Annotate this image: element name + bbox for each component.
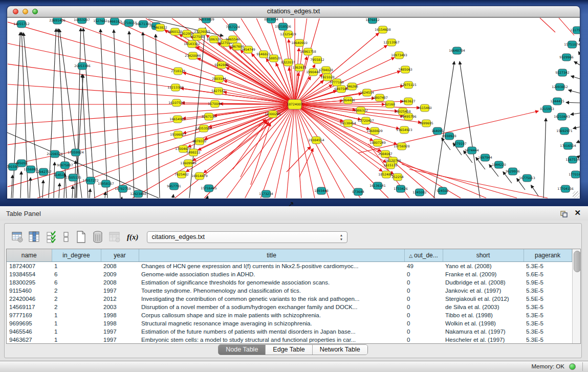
graph-edge[interactable]: [559, 18, 574, 35]
table-cell[interactable]: 9465546: [7, 327, 52, 336]
table-cell[interactable]: 0: [404, 295, 443, 303]
table-row[interactable]: 1456911722003Disruption of a novel membe…: [7, 303, 572, 311]
table-cell[interactable]: 0: [404, 327, 443, 336]
table-cell[interactable]: 9777169: [7, 311, 52, 319]
select-columns-button[interactable]: [27, 229, 42, 245]
graph-edge[interactable]: [54, 162, 55, 198]
table-cell[interactable]: 1998: [101, 311, 139, 319]
column-header-out_de[interactable]: △out_de...: [404, 249, 443, 262]
graph-edge[interactable]: [287, 104, 295, 198]
table-cell[interactable]: 0: [404, 303, 443, 311]
table-cell[interactable]: 2: [52, 303, 101, 311]
float-panel-icon[interactable]: [560, 210, 568, 217]
table-cell[interactable]: 6: [52, 270, 101, 278]
table-cell[interactable]: 6: [52, 278, 101, 287]
graph-edge[interactable]: [574, 61, 580, 65]
column-settings-button[interactable]: [10, 229, 25, 245]
graph-edge[interactable]: [299, 148, 313, 177]
network-canvas[interactable]: 1405571222691406106532871527602646616310…: [7, 17, 580, 199]
table-cell[interactable]: 18300295: [7, 278, 52, 287]
table-cell[interactable]: 2: [52, 287, 101, 295]
window-resize-grip[interactable]: [573, 191, 579, 198]
table-scrollbar-thumb[interactable]: [574, 251, 581, 272]
graph-edge[interactable]: [460, 61, 480, 198]
table-cell[interactable]: 5.3E-5: [524, 287, 572, 295]
graph-edge[interactable]: [226, 68, 295, 104]
table-cell[interactable]: 1: [52, 336, 101, 344]
table-chooser-dropdown[interactable]: citations_edges.txt ▲▼: [147, 231, 347, 243]
graph-edge[interactable]: [129, 31, 134, 198]
table-cell[interactable]: Disruption of a novel member of a sodium…: [139, 303, 404, 311]
table-cell[interactable]: de Silva et al. (2003): [443, 303, 524, 311]
table-cell[interactable]: Yano et al. (2008): [443, 262, 524, 271]
table-cell[interactable]: 0: [404, 336, 443, 344]
graph-edge[interactable]: [114, 30, 120, 198]
table-cell[interactable]: Genome-wide association studies in ADHD.: [139, 270, 404, 278]
table-cell[interactable]: 0: [404, 319, 443, 327]
node-table[interactable]: namein_degreeyeartitle△out_de...shortpag…: [6, 249, 581, 344]
row-height-button[interactable]: [60, 229, 72, 245]
table-cell[interactable]: Investigating the contribution of common…: [139, 295, 404, 303]
table-cell[interactable]: 1997: [101, 287, 139, 295]
graph-edge[interactable]: [233, 121, 267, 169]
tab-node-table[interactable]: Node Table: [219, 345, 266, 355]
table-body[interactable]: 1872400712008Changes of HCN gene express…: [7, 262, 572, 344]
graph-edge[interactable]: [156, 34, 160, 198]
graph-edge[interactable]: [566, 102, 580, 103]
graph-edge[interactable]: [540, 18, 555, 32]
graph-edge[interactable]: [21, 32, 28, 198]
table-cell[interactable]: 0: [404, 270, 443, 278]
graph-edge[interactable]: [543, 118, 546, 198]
graph-edge[interactable]: [295, 104, 301, 198]
table-cell[interactable]: 1: [52, 327, 101, 336]
table-cell[interactable]: 1: [52, 319, 101, 327]
new-column-button[interactable]: [73, 229, 89, 245]
table-cell[interactable]: 19384554: [7, 270, 52, 278]
graph-edge[interactable]: [573, 127, 580, 128]
column-header-short[interactable]: short: [443, 249, 524, 262]
table-row[interactable]: 969969511998Structural magnetic resonanc…: [7, 319, 572, 327]
table-cell[interactable]: 1: [52, 262, 101, 271]
graph-edge[interactable]: [207, 196, 208, 198]
table-row[interactable]: 946554611997Estimation of the future num…: [7, 327, 572, 336]
graph-edge[interactable]: [173, 194, 173, 198]
graph-edge[interactable]: [90, 189, 90, 198]
table-cell[interactable]: 49: [404, 262, 443, 271]
table-row[interactable]: 1872400712008Changes of HCN gene express…: [7, 262, 572, 271]
table-cell[interactable]: 1997: [101, 336, 139, 344]
table-cell[interactable]: 9115460: [7, 287, 52, 295]
network-view-window[interactable]: citations_edges.txt 14055712226914061065…: [7, 6, 580, 198]
table-cell[interactable]: 5.6E-5: [524, 270, 572, 278]
column-header-pagerank[interactable]: pagerank: [524, 249, 572, 262]
column-header-title[interactable]: title: [139, 249, 404, 262]
table-row[interactable]: 1938455462009Genome-wide association stu…: [7, 270, 572, 278]
table-panel-header[interactable]: Table Panel ✕: [0, 206, 588, 221]
table-cell[interactable]: Stergiakouli et al. (2012): [443, 295, 524, 303]
table-cell[interactable]: 5.9E-5: [524, 278, 572, 287]
table-cell[interactable]: 5.3E-5: [524, 262, 572, 271]
table-cell[interactable]: Nakamura et al. (1997): [443, 327, 524, 336]
table-row[interactable]: 1830029562008Estimation of significance …: [7, 278, 572, 287]
table-cell[interactable]: 2003: [101, 303, 139, 311]
graph-edge[interactable]: [531, 185, 538, 196]
window-titlebar[interactable]: citations_edges.txt: [7, 6, 580, 17]
table-scrollbar[interactable]: [572, 249, 581, 343]
table-cell[interactable]: 0: [404, 287, 443, 295]
close-panel-icon[interactable]: ✕: [574, 208, 581, 217]
graph-edge[interactable]: [576, 141, 580, 143]
table-cell[interactable]: 2012: [101, 295, 139, 303]
tab-network-table[interactable]: Network Table: [313, 345, 367, 355]
table-cell[interactable]: Tourette syndrome. Phenomenology and cla…: [139, 287, 404, 295]
table-cell[interactable]: 2009: [101, 270, 139, 278]
graph-edge[interactable]: [8, 84, 295, 104]
graph-edge[interactable]: [83, 28, 95, 198]
graph-edge[interactable]: [72, 186, 73, 198]
table-cell[interactable]: 9463627: [7, 336, 52, 344]
graph-edge[interactable]: [20, 171, 21, 198]
table-cell[interactable]: Structural magnetic resonance image aver…: [139, 319, 404, 327]
table-cell[interactable]: 5.3E-5: [524, 319, 572, 327]
table-header-row[interactable]: namein_degreeyeartitle△out_de...shortpag…: [7, 249, 572, 262]
table-cell[interactable]: 5.3E-5: [524, 311, 572, 319]
tab-edge-table[interactable]: Edge Table: [266, 345, 312, 355]
function-builder-button[interactable]: f(x): [127, 233, 139, 242]
